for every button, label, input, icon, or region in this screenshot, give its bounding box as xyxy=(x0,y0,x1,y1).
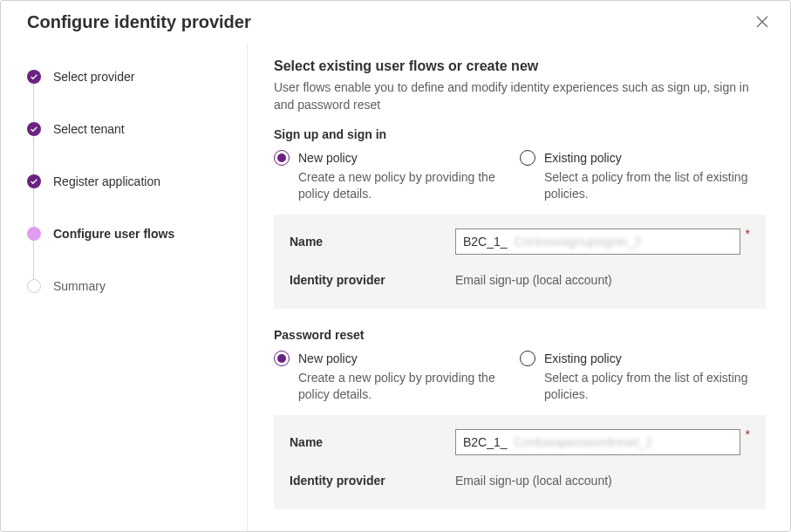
radio-icon xyxy=(274,351,290,366)
wizard-stepper: Select provider Select tenant Register a… xyxy=(1,43,248,531)
step-configure-user-flows[interactable]: Configure user flows xyxy=(27,215,231,252)
panel-header: Configure identity provider xyxy=(1,1,790,43)
content-description: User flows enable you to define and modi… xyxy=(274,79,766,113)
step-indicator-pending xyxy=(27,279,41,293)
step-register-application[interactable]: Register application xyxy=(27,163,231,200)
idp-label: Identity provider xyxy=(290,273,455,287)
pwreset-new-policy-radio[interactable]: New policy xyxy=(274,351,520,366)
close-icon xyxy=(756,16,768,28)
signup-idp-value: Email sign-up (local account) xyxy=(455,273,612,287)
radio-icon xyxy=(274,150,290,166)
name-label: Name xyxy=(290,235,455,249)
idp-label: Identity provider xyxy=(290,474,455,488)
step-select-tenant[interactable]: Select tenant xyxy=(27,111,231,147)
section-title-signup: Sign up and sign in xyxy=(274,127,766,141)
step-indicator-current xyxy=(27,227,41,241)
pwreset-form: Name B2C_1_ * Identity provider Email si… xyxy=(274,415,766,509)
pwreset-existing-policy-desc: Select a policy from the list of existin… xyxy=(544,370,755,403)
radio-icon xyxy=(520,150,535,166)
check-icon xyxy=(30,72,38,81)
check-icon xyxy=(30,177,38,186)
policy-prefix: B2C_1_ xyxy=(463,435,508,449)
signup-name-input-wrap: B2C_1_ xyxy=(455,228,740,255)
pwreset-new-policy-desc: Create a new policy by providing the pol… xyxy=(298,370,509,403)
pwreset-name-input[interactable] xyxy=(513,430,733,454)
pwreset-policy-choice: New policy Create a new policy by provid… xyxy=(274,351,766,403)
radio-icon xyxy=(520,351,535,366)
signup-new-policy-radio[interactable]: New policy xyxy=(274,150,520,166)
section-title-password-reset: Password reset xyxy=(274,328,766,342)
content-title: Select existing user flows or create new xyxy=(274,58,766,74)
pwreset-name-input-wrap: B2C_1_ xyxy=(455,429,740,455)
name-label: Name xyxy=(290,435,455,449)
pwreset-idp-value: Email sign-up (local account) xyxy=(455,474,612,488)
pwreset-existing-policy-radio[interactable]: Existing policy xyxy=(520,351,766,366)
required-indicator: * xyxy=(746,227,750,241)
required-indicator: * xyxy=(746,427,750,441)
signup-existing-policy-desc: Select a policy from the list of existin… xyxy=(544,169,755,202)
policy-prefix: B2C_1_ xyxy=(463,235,508,249)
signup-new-policy-desc: Create a new policy by providing the pol… xyxy=(298,169,509,202)
close-button[interactable] xyxy=(750,10,774,34)
signup-form: Name B2C_1_ * Identity provider Email si… xyxy=(274,215,766,309)
step-summary[interactable]: Summary xyxy=(27,268,231,304)
step-indicator-completed xyxy=(27,122,41,136)
panel-title: Configure identity provider xyxy=(27,12,750,32)
step-indicator-completed xyxy=(27,174,41,188)
configure-identity-provider-panel: Configure identity provider Select provi… xyxy=(0,0,791,532)
signup-existing-policy-radio[interactable]: Existing policy xyxy=(520,150,766,166)
signup-policy-choice: New policy Create a new policy by provid… xyxy=(274,150,766,202)
step-indicator-completed xyxy=(27,70,41,84)
signup-name-input[interactable] xyxy=(513,229,733,254)
panel-body: Select provider Select tenant Register a… xyxy=(1,43,790,531)
step-select-provider[interactable]: Select provider xyxy=(27,58,231,95)
content-area: Select existing user flows or create new… xyxy=(248,43,790,531)
check-icon xyxy=(30,125,38,133)
